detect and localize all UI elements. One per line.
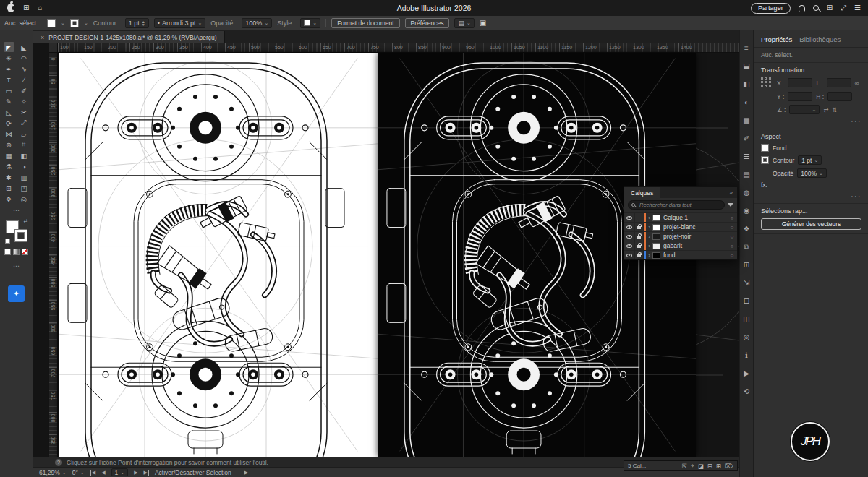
slice-tool-icon[interactable]: ◳ [19,183,30,193]
layer-row[interactable]: › projet-blanc ○ [624,222,737,231]
generative-ai-tool-button[interactable]: ✦ [8,285,25,302]
shape-builder-tool-icon[interactable]: ⊚ [4,139,14,150]
style-select[interactable]: ⌄ [300,18,320,28]
pathfinder-panel-icon[interactable]: ◫ [741,310,752,328]
width-field[interactable] [827,78,851,87]
properties-panel-icon[interactable]: ≡ [741,39,752,57]
gradient-mode-icon[interactable] [13,249,20,255]
target-circle-icon[interactable]: ○ [727,215,737,221]
y-field[interactable] [788,92,812,101]
visibility-toggle-icon[interactable] [624,213,635,222]
shaper-tool-icon[interactable]: ✧ [19,96,30,106]
filter-funnel-icon[interactable] [728,203,733,207]
expand-arrow-icon[interactable]: › [646,252,652,259]
home-icon[interactable]: ⌂ [38,0,42,16]
color-guide-panel-icon[interactable]: ◐ [741,93,752,111]
tab-libraries[interactable]: Bibliothèques [799,35,841,43]
eraser-tool-icon[interactable]: ◺ [4,107,14,117]
reference-point-widget[interactable] [761,77,772,88]
collapse-panel-icon[interactable]: » [730,189,737,196]
workspace-switcher[interactable]: ▤⌄ [454,18,474,28]
transparency-panel-icon[interactable]: ◍ [741,184,752,202]
lock-icon[interactable] [635,241,644,250]
expand-arrow-icon[interactable]: › [646,224,652,231]
perspective-grid-tool-icon[interactable]: ⌗ [19,139,30,150]
vertical-ruler[interactable]: 0501001502002503003504004505005506006507… [49,53,58,457]
brushes-panel-icon[interactable]: ✐ [741,129,752,147]
height-field[interactable] [827,92,852,101]
lock-icon[interactable] [635,232,644,241]
zoom-tool-icon[interactable]: ◎ [19,194,30,204]
hand-tool-icon[interactable]: ✥ [4,194,14,204]
libraries-panel-icon[interactable]: ⬓ [741,57,752,75]
layer-name[interactable]: projet-noir [663,233,727,240]
lasso-tool-icon[interactable]: ◠ [19,53,30,63]
next-artboard-button[interactable]: ▶ [134,470,137,476]
stroke-swatch[interactable] [761,156,769,164]
layers-panel-icon[interactable]: ⧉ [741,238,752,256]
stroke-weight-select[interactable]: 1 pt⌄ [798,155,822,165]
graphic-styles-panel-icon[interactable]: ❖ [741,220,752,238]
expand-arrow-icon[interactable]: › [646,233,652,240]
target-circle-icon[interactable]: ○ [727,224,737,231]
make-mask-icon[interactable]: ◪ [698,462,704,470]
opacity-select[interactable]: 100%⌄ [242,18,272,28]
document-setup-button[interactable]: Format de document [331,18,399,28]
help-icon[interactable]: ? [55,459,62,466]
expand-arrow-icon[interactable]: › [646,215,652,221]
asset-export-panel-icon[interactable]: ⇲ [741,274,752,292]
collect-export-icon[interactable]: ⇱ [682,462,687,470]
info-panel-icon[interactable]: ℹ [741,346,752,364]
layer-name[interactable]: fond [663,252,727,259]
appearance-panel-icon[interactable]: ◉ [741,202,752,220]
color-mode-icon[interactable] [4,249,11,255]
canvas[interactable]: 1001502002503003504004505005506006507007… [33,43,739,477]
opacity-select[interactable]: 100%⌄ [797,168,827,178]
status-expand-icon[interactable]: ▶ [244,470,248,476]
pencil-tool-icon[interactable]: ✎ [4,96,14,106]
fx-label[interactable]: fx. [761,181,767,189]
mesh-tool-icon[interactable]: ▦ [4,150,14,160]
target-circle-icon[interactable]: ○ [727,252,737,259]
menu-icon[interactable]: ☰ [854,0,861,16]
notifications-bell-icon[interactable] [799,5,805,12]
visibility-toggle-icon[interactable] [624,241,635,250]
history-panel-icon[interactable]: ⟲ [741,382,752,400]
lock-icon[interactable] [635,251,644,259]
preferences-button[interactable]: Préférences [405,18,450,28]
fill-swatch[interactable] [761,144,769,152]
more-options-icon[interactable]: ··· [761,192,861,199]
document-tab[interactable]: × PROJET-DESIGN-1-1425x1080.ai* @ 61,29 … [33,31,225,43]
layers-search-input[interactable] [628,200,725,210]
stroke-panel-icon[interactable]: ☰ [741,147,752,166]
width-tool-icon[interactable]: ⋈ [4,129,14,139]
fullscreen-icon[interactable]: ⤢ [841,0,846,16]
zoom-level-select[interactable]: 61,29%⌄ [39,469,67,476]
more-options-icon[interactable]: ··· [761,118,861,125]
first-artboard-button[interactable]: ◀ [90,470,95,476]
document-share-icon[interactable]: ▣ [480,15,486,31]
stroke-weight-field[interactable]: 1 pt▲▼ [125,18,149,28]
visibility-toggle-icon[interactable] [624,223,635,231]
layer-thumbnail[interactable] [652,224,660,231]
visibility-toggle-icon[interactable] [624,232,635,241]
ruler-origin-corner[interactable] [49,43,58,53]
visibility-toggle-icon[interactable] [624,251,635,259]
expand-arrow-icon[interactable]: › [646,243,652,249]
artboard-number-select[interactable]: 1⌄ [111,468,129,476]
generate-vectors-button[interactable]: Générer des vecteurs [761,218,861,230]
actions-panel-icon[interactable]: ▶ [741,364,752,382]
graph-tool-icon[interactable]: ▥ [19,172,30,182]
stroke-color-swatch[interactable] [14,229,27,242]
free-transform-tool-icon[interactable]: ▱ [19,129,30,139]
tab-properties[interactable]: Propriétés [761,35,792,43]
rectangle-tool-icon[interactable]: ▭ [4,85,14,95]
line-tool-icon[interactable]: ∕ [19,74,30,85]
selection-tool-icon[interactable]: ◤ [4,42,14,52]
layer-row[interactable]: › projet-noir ○ [624,231,737,241]
angle-select[interactable]: ⌄ [789,105,820,114]
swap-fill-stroke-icon[interactable]: ⇄ [24,218,28,224]
none-mode-icon[interactable] [22,249,28,255]
layers-panel-tab[interactable]: Calques [624,187,660,198]
layer-row[interactable]: › fond ○ [624,250,737,259]
